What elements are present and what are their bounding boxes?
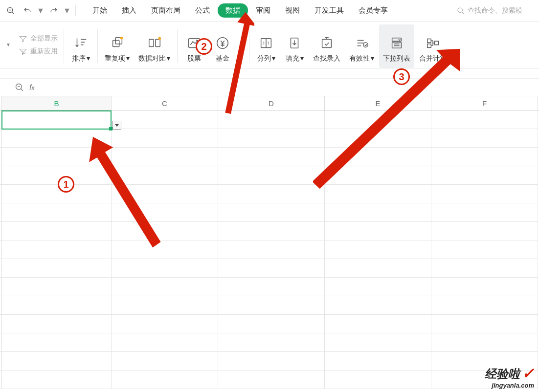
tab-home[interactable]: 开始 bbox=[86, 3, 114, 18]
tab-formulas[interactable]: 公式 bbox=[188, 3, 217, 18]
cell[interactable] bbox=[325, 352, 431, 370]
cell[interactable] bbox=[2, 315, 112, 333]
cell[interactable] bbox=[431, 222, 538, 240]
cell[interactable] bbox=[218, 333, 325, 352]
tab-member[interactable]: 会员专享 bbox=[352, 3, 395, 18]
cell[interactable] bbox=[325, 148, 431, 166]
cell[interactable] bbox=[325, 129, 431, 148]
cell[interactable] bbox=[431, 333, 538, 352]
cell[interactable] bbox=[2, 148, 112, 166]
cell[interactable] bbox=[2, 222, 112, 240]
cell[interactable] bbox=[2, 129, 112, 148]
cell[interactable] bbox=[218, 240, 325, 259]
cell[interactable] bbox=[431, 129, 538, 148]
cell[interactable] bbox=[325, 240, 431, 259]
cell[interactable] bbox=[431, 278, 538, 296]
text-to-columns-button[interactable]: 分列▾ bbox=[252, 24, 280, 68]
validation-button[interactable]: 有效性▾ bbox=[345, 24, 378, 68]
cell[interactable] bbox=[325, 333, 431, 352]
cell[interactable] bbox=[112, 352, 218, 370]
formula-input[interactable] bbox=[39, 81, 534, 94]
cell[interactable] bbox=[431, 185, 538, 203]
zoom-in-icon[interactable] bbox=[4, 4, 18, 18]
cell[interactable] bbox=[218, 222, 325, 240]
cell[interactable] bbox=[2, 110, 112, 129]
cell[interactable] bbox=[325, 259, 431, 278]
cell[interactable] bbox=[112, 166, 218, 185]
cell[interactable] bbox=[112, 259, 218, 278]
column-header[interactable]: E bbox=[325, 96, 431, 110]
cell[interactable] bbox=[431, 296, 538, 315]
filter-dropdown-icon[interactable]: ▼ bbox=[5, 39, 12, 51]
cell[interactable] bbox=[112, 240, 218, 259]
cell[interactable] bbox=[218, 148, 325, 166]
cell[interactable] bbox=[218, 129, 325, 148]
cell[interactable] bbox=[325, 110, 431, 129]
fund-dropdown[interactable]: ▼ bbox=[237, 24, 246, 68]
cell[interactable] bbox=[2, 333, 112, 352]
cell[interactable] bbox=[2, 296, 112, 315]
command-search[interactable]: 查找命令、搜索模 bbox=[457, 6, 535, 15]
cell[interactable] bbox=[218, 259, 325, 278]
cell[interactable] bbox=[218, 370, 325, 389]
data-compare-button[interactable]: 数据对比▾ bbox=[135, 24, 174, 68]
cell[interactable] bbox=[325, 315, 431, 333]
sort-button[interactable]: 排序▾ bbox=[67, 24, 94, 68]
fx-icon[interactable]: fx bbox=[29, 83, 34, 92]
cell[interactable] bbox=[431, 259, 538, 278]
column-header[interactable]: B bbox=[2, 96, 112, 110]
fill-button[interactable]: 填充▾ bbox=[281, 24, 308, 68]
cell[interactable] bbox=[431, 240, 538, 259]
cell[interactable] bbox=[112, 110, 218, 129]
reapply-button[interactable]: 重新应用 bbox=[19, 47, 58, 56]
cell[interactable] bbox=[112, 370, 218, 389]
tab-data[interactable]: 数据 bbox=[218, 3, 248, 18]
cell[interactable] bbox=[218, 110, 325, 129]
cell[interactable] bbox=[325, 370, 431, 389]
cell[interactable] bbox=[431, 315, 538, 333]
cell[interactable] bbox=[431, 110, 538, 129]
undo-dropdown-icon[interactable]: ▼ bbox=[37, 5, 44, 17]
cell[interactable] bbox=[325, 296, 431, 315]
cell[interactable] bbox=[112, 148, 218, 166]
tab-developer[interactable]: 开发工具 bbox=[308, 3, 351, 18]
cell[interactable] bbox=[218, 203, 325, 222]
tab-insert[interactable]: 插入 bbox=[115, 3, 143, 18]
cell[interactable] bbox=[2, 203, 112, 222]
consolidate-button[interactable]: 合并计算 bbox=[415, 24, 450, 68]
cell[interactable] bbox=[112, 185, 218, 203]
cell[interactable] bbox=[112, 296, 218, 315]
cell[interactable] bbox=[325, 203, 431, 222]
cell[interactable] bbox=[2, 278, 112, 296]
cell[interactable] bbox=[218, 185, 325, 203]
fund-button[interactable]: 基金 bbox=[209, 24, 236, 68]
cell[interactable] bbox=[2, 185, 112, 203]
show-all-button[interactable]: 全部显示 bbox=[19, 34, 58, 43]
redo-icon[interactable] bbox=[47, 4, 61, 18]
cell[interactable] bbox=[325, 278, 431, 296]
cell[interactable] bbox=[325, 222, 431, 240]
cell[interactable] bbox=[2, 166, 112, 185]
cell[interactable] bbox=[218, 278, 325, 296]
cell[interactable] bbox=[112, 129, 218, 148]
column-header[interactable]: F bbox=[431, 96, 538, 110]
cell[interactable] bbox=[218, 352, 325, 370]
undo-icon[interactable] bbox=[21, 4, 34, 18]
cell[interactable] bbox=[325, 166, 431, 185]
cell-dropdown-icon[interactable] bbox=[112, 121, 121, 130]
dropdown-list-button[interactable]: 下拉列表 bbox=[379, 24, 414, 68]
cell[interactable] bbox=[218, 166, 325, 185]
cell[interactable] bbox=[2, 240, 112, 259]
cell[interactable] bbox=[2, 352, 112, 370]
cell[interactable] bbox=[325, 185, 431, 203]
duplicates-button[interactable]: 重复项▾ bbox=[101, 24, 134, 68]
qat-more-icon[interactable]: ▼ bbox=[64, 5, 70, 17]
cell[interactable] bbox=[2, 259, 112, 278]
cell[interactable] bbox=[218, 296, 325, 315]
cell[interactable] bbox=[431, 166, 538, 185]
cell[interactable] bbox=[112, 333, 218, 352]
cell[interactable] bbox=[431, 148, 538, 166]
cell[interactable] bbox=[2, 370, 112, 389]
cell[interactable] bbox=[112, 278, 218, 296]
spreadsheet-grid[interactable] bbox=[0, 110, 539, 389]
